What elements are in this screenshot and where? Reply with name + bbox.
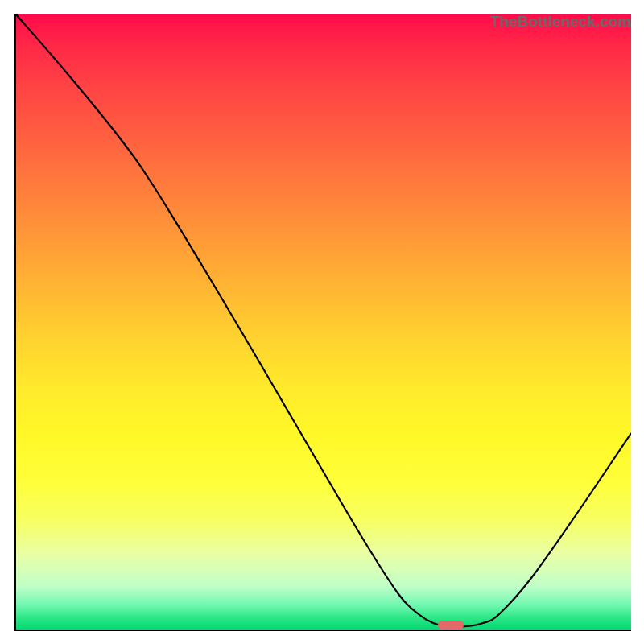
chart-container: TheBottleneck.com [0, 0, 644, 644]
optimal-marker [438, 621, 464, 630]
bottleneck-curve [16, 14, 631, 627]
plot-area: TheBottleneck.com [14, 14, 631, 631]
chart-curve-svg [16, 14, 631, 630]
